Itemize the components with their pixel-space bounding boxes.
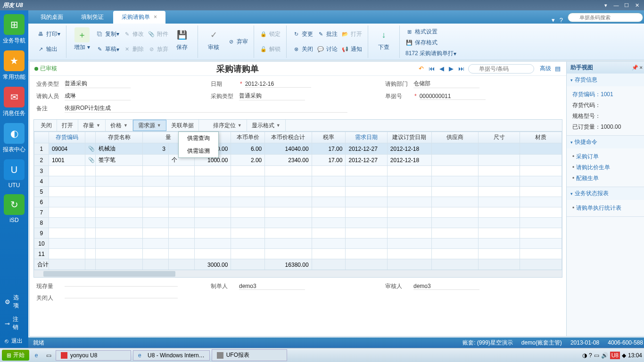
- gt-stock[interactable]: 存量▼: [78, 120, 106, 131]
- gt-display[interactable]: 显示格式▼: [247, 120, 286, 131]
- draft-button[interactable]: ✎草稿 ▾: [94, 44, 121, 55]
- minimize-button[interactable]: —: [612, 2, 620, 8]
- quick-purchase-order[interactable]: 采购订单: [572, 151, 641, 162]
- menu-dropdown-icon[interactable]: ▾: [552, 16, 555, 24]
- delete-button[interactable]: ✕删除: [121, 44, 146, 55]
- gt-demand[interactable]: 需求源▼: [133, 120, 166, 131]
- col-code[interactable]: 存货编码: [49, 132, 85, 143]
- tray-icon[interactable]: ▭: [594, 352, 599, 359]
- batch-note-button[interactable]: ✎批注: [315, 29, 339, 40]
- push-button[interactable]: ↓下查: [372, 26, 396, 57]
- col-need-date[interactable]: 需求日期: [346, 132, 387, 143]
- audit-button[interactable]: ✓审核: [202, 26, 225, 57]
- undo-icon[interactable]: ↶: [418, 65, 425, 72]
- discuss-button[interactable]: 💬讨论: [315, 44, 339, 55]
- col-price[interactable]: 本币单价: [231, 132, 265, 143]
- prev-icon[interactable]: ◀: [438, 65, 445, 72]
- tab-purchase-req[interactable]: 采购请购单×: [113, 11, 165, 24]
- nav-isd[interactable]: ↻iSD: [0, 194, 28, 223]
- open-doc-button[interactable]: 📂打开: [339, 29, 364, 40]
- col-suggest-date[interactable]: 建议订货日期: [387, 132, 431, 143]
- table-row[interactable]: 8: [34, 218, 562, 228]
- quick-compare-price[interactable]: 请购比价生单: [572, 162, 641, 173]
- modify-button[interactable]: ✎修改: [121, 29, 146, 40]
- start-button[interactable]: ⊞开始: [2, 350, 29, 361]
- tray-icon[interactable]: U8: [610, 352, 620, 359]
- quick-quota[interactable]: 配额生单: [572, 173, 641, 184]
- save-format-button[interactable]: 💾保存格式: [404, 37, 458, 48]
- add-button[interactable]: ＋增加 ▾: [70, 26, 94, 57]
- table-row[interactable]: 5: [34, 187, 562, 197]
- next-icon[interactable]: ▶: [448, 65, 454, 72]
- logout-button[interactable]: ⊸注销: [0, 313, 28, 334]
- sec-quick-commands[interactable]: ▾快捷命令: [567, 136, 644, 148]
- first-icon[interactable]: ⏮: [428, 65, 436, 72]
- save-button[interactable]: 💾保存: [170, 26, 194, 57]
- inv-code-link[interactable]: 存货编码：1001: [572, 91, 613, 98]
- options-button[interactable]: ⚙选项: [0, 291, 28, 313]
- dropdown-supply-demand-query[interactable]: 供需查询: [179, 132, 218, 145]
- col-tax[interactable]: 税率: [312, 132, 346, 143]
- gt-related[interactable]: 关联单据: [166, 120, 199, 131]
- change-button[interactable]: ↻变更: [290, 29, 315, 40]
- last-icon[interactable]: ⏭: [457, 65, 465, 72]
- table-row[interactable]: 7: [34, 207, 562, 218]
- attach-button[interactable]: 📎附件: [146, 29, 170, 40]
- sec-inventory-info[interactable]: ▾存货信息: [567, 74, 644, 86]
- format-name[interactable]: 8172 采购请购单打 ▾: [404, 48, 458, 59]
- sec-status-reports[interactable]: ▾业务状态报表: [567, 187, 644, 200]
- copy-button[interactable]: ⿻复制 ▾: [94, 29, 121, 40]
- nav-messages[interactable]: ✉消息任务: [0, 87, 28, 117]
- pin-icon[interactable]: 📌 ×: [632, 65, 643, 71]
- print-button[interactable]: 🖶打印 ▾: [35, 29, 62, 40]
- nav-utu[interactable]: UUTU: [0, 159, 28, 189]
- col-size[interactable]: 尺寸: [479, 132, 520, 143]
- table-row[interactable]: 1 09004📎 机械油 3 2000.00 6.00 14040.00 17.…: [34, 143, 562, 155]
- col-material[interactable]: 材质: [520, 132, 562, 143]
- tray-icon[interactable]: ◆: [622, 352, 626, 359]
- gt-price[interactable]: 价格▼: [106, 120, 133, 131]
- dropdown-supply-demand-trace[interactable]: 供需追溯: [179, 145, 218, 157]
- table-row[interactable]: 3: [34, 166, 562, 176]
- col-supplier[interactable]: 供应商: [431, 132, 478, 143]
- format-set-button[interactable]: ⊞格式设置: [404, 26, 458, 37]
- task-yonyou[interactable]: yonyou U8: [56, 350, 131, 361]
- table-row[interactable]: 4: [34, 176, 562, 187]
- nav-favorites[interactable]: ★常用功能: [0, 50, 28, 81]
- desktop-icon[interactable]: ▭: [43, 350, 54, 361]
- col-name[interactable]: 存货名称: [96, 132, 142, 143]
- nav-reports[interactable]: ◐报表中心: [0, 123, 28, 154]
- tray-icon[interactable]: ?: [589, 352, 592, 359]
- unaudit-button[interactable]: ⊘弃审: [225, 36, 250, 47]
- unlock-button[interactable]: 🔓解锁: [258, 44, 282, 55]
- nav-business[interactable]: ⊞业务导航: [0, 14, 28, 45]
- abandon-button[interactable]: ⊘放弃: [146, 44, 170, 55]
- tray-icon[interactable]: ◑: [582, 352, 587, 359]
- table-row[interactable]: 11: [34, 249, 562, 259]
- h-scrollbar[interactable]: [34, 270, 562, 277]
- report-exec-stats[interactable]: 请购单执行统计表: [572, 203, 641, 214]
- tray-icon[interactable]: 🔊: [601, 352, 608, 359]
- gt-sort[interactable]: 排序定位▼: [208, 120, 247, 131]
- list-icon[interactable]: ▤: [554, 65, 561, 72]
- col-amt[interactable]: 本币价税合计: [265, 132, 312, 143]
- gt-open[interactable]: 打开: [57, 120, 78, 131]
- table-row[interactable]: 10: [34, 239, 562, 249]
- ie-icon[interactable]: e: [31, 350, 41, 361]
- lock-button[interactable]: 🔒锁定: [258, 29, 282, 40]
- close-doc-button[interactable]: ⊗关闭: [290, 44, 315, 55]
- doc-search-input[interactable]: [468, 64, 534, 74]
- help-icon[interactable]: ?: [560, 16, 563, 24]
- dropdown-icon[interactable]: ▾: [602, 2, 610, 8]
- gt-close[interactable]: 关闭: [36, 120, 57, 131]
- tab-close-icon[interactable]: ×: [154, 14, 157, 20]
- notify-button[interactable]: 📢通知: [339, 44, 364, 55]
- maximize-button[interactable]: ☐: [622, 2, 631, 8]
- tab-desktop[interactable]: 我的桌面: [32, 11, 72, 24]
- advanced-search-link[interactable]: 高级: [540, 65, 551, 73]
- table-row[interactable]: 9: [34, 228, 562, 239]
- barcode-search-input[interactable]: [568, 13, 643, 22]
- system-tray[interactable]: ◑ ? ▭ 🔊 U8 ◆ 13:04: [582, 352, 642, 359]
- table-row[interactable]: 2 1001📎 签字笔 个 1000.00 2.00 2340.00 17.00…: [34, 155, 562, 166]
- exit-button[interactable]: ⎋退出: [0, 334, 28, 348]
